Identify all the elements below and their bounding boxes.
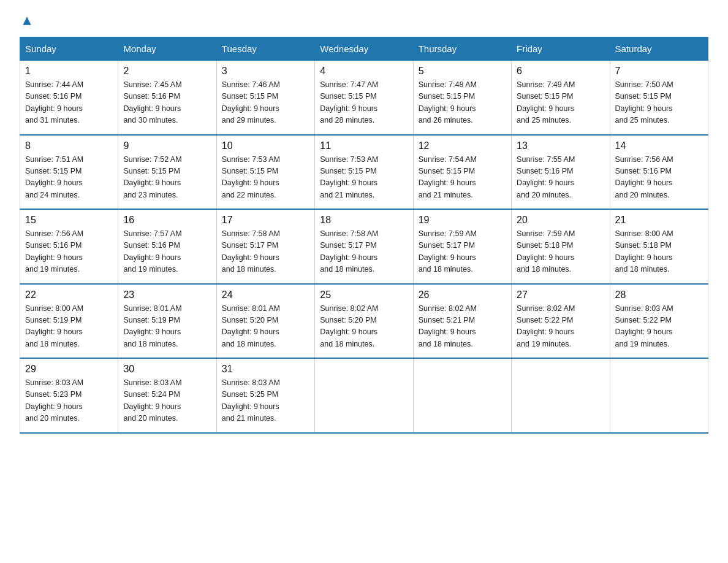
calendar-cell — [315, 358, 413, 433]
weekday-header-tuesday: Tuesday — [216, 37, 314, 61]
calendar-cell: 4Sunrise: 7:47 AMSunset: 5:15 PMDaylight… — [315, 61, 413, 135]
svg-marker-0 — [23, 17, 31, 25]
day-info: Sunrise: 8:01 AMSunset: 5:20 PMDaylight:… — [222, 303, 309, 351]
day-info: Sunrise: 7:58 AMSunset: 5:17 PMDaylight:… — [222, 228, 309, 276]
calendar-cell: 31Sunrise: 8:03 AMSunset: 5:25 PMDayligh… — [216, 358, 314, 433]
day-number: 11 — [320, 140, 408, 151]
day-info: Sunrise: 7:59 AMSunset: 5:18 PMDaylight:… — [517, 228, 604, 276]
day-number: 7 — [615, 66, 703, 77]
day-number: 22 — [25, 289, 113, 301]
weekday-header-wednesday: Wednesday — [315, 37, 413, 61]
day-number: 27 — [517, 289, 604, 301]
calendar-cell: 23Sunrise: 8:01 AMSunset: 5:19 PMDayligh… — [118, 284, 216, 359]
calendar-week-row: 29Sunrise: 8:03 AMSunset: 5:23 PMDayligh… — [20, 358, 708, 433]
day-number: 28 — [615, 289, 703, 301]
day-number: 31 — [222, 364, 309, 375]
calendar-week-row: 15Sunrise: 7:56 AMSunset: 5:16 PMDayligh… — [20, 209, 708, 284]
day-info: Sunrise: 8:03 AMSunset: 5:23 PMDaylight:… — [25, 377, 113, 425]
day-info: Sunrise: 7:51 AMSunset: 5:15 PMDaylight:… — [25, 154, 113, 202]
day-number: 9 — [123, 140, 211, 151]
calendar-cell: 8Sunrise: 7:51 AMSunset: 5:15 PMDaylight… — [20, 135, 118, 210]
calendar-cell: 11Sunrise: 7:53 AMSunset: 5:15 PMDayligh… — [315, 135, 413, 210]
calendar-cell: 3Sunrise: 7:46 AMSunset: 5:15 PMDaylight… — [216, 61, 314, 135]
calendar-week-row: 1Sunrise: 7:44 AMSunset: 5:16 PMDaylight… — [20, 61, 708, 135]
day-number: 24 — [222, 289, 309, 301]
day-number: 3 — [222, 66, 309, 77]
calendar-cell: 2Sunrise: 7:45 AMSunset: 5:16 PMDaylight… — [118, 61, 216, 135]
calendar-cell: 9Sunrise: 7:52 AMSunset: 5:15 PMDaylight… — [118, 135, 216, 210]
day-info: Sunrise: 7:57 AMSunset: 5:16 PMDaylight:… — [123, 228, 211, 276]
day-info: Sunrise: 8:00 AMSunset: 5:19 PMDaylight:… — [25, 303, 113, 351]
calendar-cell: 21Sunrise: 8:00 AMSunset: 5:18 PMDayligh… — [610, 209, 708, 284]
day-number: 1 — [25, 66, 113, 77]
day-info: Sunrise: 8:00 AMSunset: 5:18 PMDaylight:… — [615, 228, 703, 276]
calendar-cell: 13Sunrise: 7:55 AMSunset: 5:16 PMDayligh… — [512, 135, 610, 210]
day-number: 20 — [517, 215, 604, 226]
day-info: Sunrise: 7:52 AMSunset: 5:15 PMDaylight:… — [123, 154, 211, 202]
weekday-header-friday: Friday — [512, 37, 610, 61]
day-info: Sunrise: 8:02 AMSunset: 5:20 PMDaylight:… — [320, 303, 408, 351]
calendar-cell: 20Sunrise: 7:59 AMSunset: 5:18 PMDayligh… — [512, 209, 610, 284]
calendar-cell: 22Sunrise: 8:00 AMSunset: 5:19 PMDayligh… — [20, 284, 118, 359]
logo — [20, 15, 33, 25]
day-number: 8 — [25, 140, 113, 151]
weekday-header-saturday: Saturday — [610, 37, 708, 61]
day-number: 17 — [222, 215, 309, 226]
calendar-cell: 10Sunrise: 7:53 AMSunset: 5:15 PMDayligh… — [216, 135, 314, 210]
day-number: 26 — [419, 289, 506, 301]
day-number: 19 — [419, 215, 506, 226]
calendar-week-row: 22Sunrise: 8:00 AMSunset: 5:19 PMDayligh… — [20, 284, 708, 359]
day-number: 16 — [123, 215, 211, 226]
calendar-cell: 18Sunrise: 7:58 AMSunset: 5:17 PMDayligh… — [315, 209, 413, 284]
day-number: 29 — [25, 364, 113, 375]
day-number: 6 — [517, 66, 604, 77]
calendar-cell: 16Sunrise: 7:57 AMSunset: 5:16 PMDayligh… — [118, 209, 216, 284]
logo-triangle-icon — [21, 15, 33, 27]
day-info: Sunrise: 7:54 AMSunset: 5:15 PMDaylight:… — [419, 154, 506, 202]
calendar-cell — [413, 358, 511, 433]
day-number: 13 — [517, 140, 604, 151]
day-number: 10 — [222, 140, 309, 151]
calendar-cell: 26Sunrise: 8:02 AMSunset: 5:21 PMDayligh… — [413, 284, 511, 359]
calendar-cell: 19Sunrise: 7:59 AMSunset: 5:17 PMDayligh… — [413, 209, 511, 284]
day-number: 23 — [123, 289, 211, 301]
day-number: 12 — [419, 140, 506, 151]
day-info: Sunrise: 8:03 AMSunset: 5:25 PMDaylight:… — [222, 377, 309, 425]
day-info: Sunrise: 7:48 AMSunset: 5:15 PMDaylight:… — [419, 79, 506, 127]
calendar-cell: 24Sunrise: 8:01 AMSunset: 5:20 PMDayligh… — [216, 284, 314, 359]
weekday-header-monday: Monday — [118, 37, 216, 61]
day-number: 25 — [320, 289, 408, 301]
calendar-cell: 30Sunrise: 8:03 AMSunset: 5:24 PMDayligh… — [118, 358, 216, 433]
day-number: 21 — [615, 215, 703, 226]
day-number: 5 — [419, 66, 506, 77]
day-number: 18 — [320, 215, 408, 226]
day-info: Sunrise: 7:55 AMSunset: 5:16 PMDaylight:… — [517, 154, 604, 202]
calendar-cell: 27Sunrise: 8:02 AMSunset: 5:22 PMDayligh… — [512, 284, 610, 359]
day-info: Sunrise: 7:53 AMSunset: 5:15 PMDaylight:… — [222, 154, 309, 202]
calendar-cell: 25Sunrise: 8:02 AMSunset: 5:20 PMDayligh… — [315, 284, 413, 359]
weekday-header-row: SundayMondayTuesdayWednesdayThursdayFrid… — [20, 37, 708, 61]
day-info: Sunrise: 8:03 AMSunset: 5:22 PMDaylight:… — [615, 303, 703, 351]
day-info: Sunrise: 8:03 AMSunset: 5:24 PMDaylight:… — [123, 377, 211, 425]
day-number: 2 — [123, 66, 211, 77]
day-number: 15 — [25, 215, 113, 226]
calendar-body: 1Sunrise: 7:44 AMSunset: 5:16 PMDaylight… — [20, 61, 708, 433]
calendar-cell — [610, 358, 708, 433]
day-info: Sunrise: 7:59 AMSunset: 5:17 PMDaylight:… — [419, 228, 506, 276]
day-info: Sunrise: 7:53 AMSunset: 5:15 PMDaylight:… — [320, 154, 408, 202]
page-header — [20, 15, 708, 25]
calendar-cell: 15Sunrise: 7:56 AMSunset: 5:16 PMDayligh… — [20, 209, 118, 284]
weekday-header-thursday: Thursday — [413, 37, 511, 61]
day-info: Sunrise: 7:56 AMSunset: 5:16 PMDaylight:… — [25, 228, 113, 276]
day-info: Sunrise: 7:47 AMSunset: 5:15 PMDaylight:… — [320, 79, 408, 127]
day-info: Sunrise: 7:50 AMSunset: 5:15 PMDaylight:… — [615, 79, 703, 127]
day-info: Sunrise: 7:56 AMSunset: 5:16 PMDaylight:… — [615, 154, 703, 202]
calendar-cell: 12Sunrise: 7:54 AMSunset: 5:15 PMDayligh… — [413, 135, 511, 210]
day-info: Sunrise: 7:45 AMSunset: 5:16 PMDaylight:… — [123, 79, 211, 127]
day-info: Sunrise: 8:02 AMSunset: 5:21 PMDaylight:… — [419, 303, 506, 351]
day-info: Sunrise: 7:49 AMSunset: 5:15 PMDaylight:… — [517, 79, 604, 127]
calendar-cell: 14Sunrise: 7:56 AMSunset: 5:16 PMDayligh… — [610, 135, 708, 210]
day-number: 4 — [320, 66, 408, 77]
day-info: Sunrise: 8:02 AMSunset: 5:22 PMDaylight:… — [517, 303, 604, 351]
calendar-cell: 17Sunrise: 7:58 AMSunset: 5:17 PMDayligh… — [216, 209, 314, 284]
